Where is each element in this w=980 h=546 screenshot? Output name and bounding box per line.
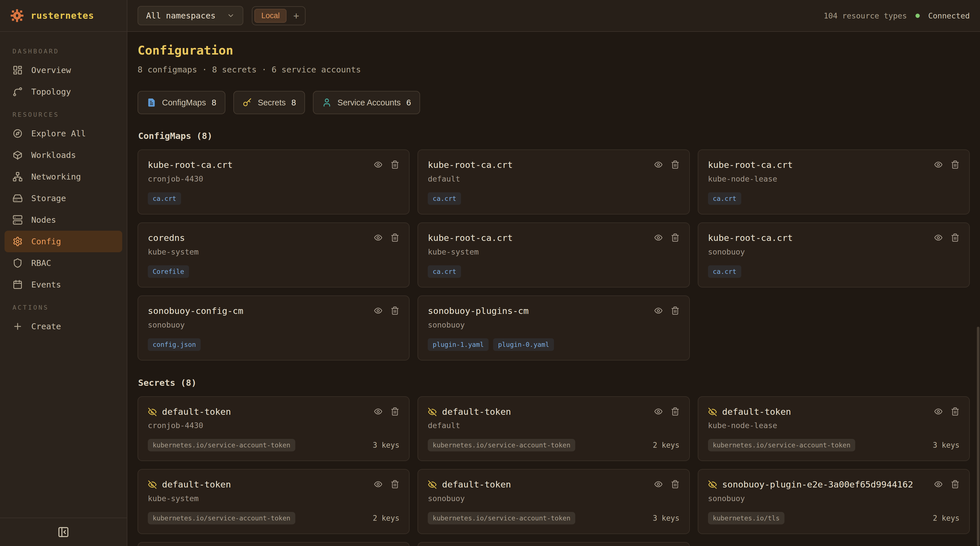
eye-icon[interactable] [934,160,943,169]
panel-left-close-icon[interactable] [57,526,69,538]
secret-card[interactable]: default-token default kubernetes.io/serv… [417,396,689,461]
key-icon [242,98,252,107]
app-window: rusternetes DASHBOARD Overview Topology … [0,0,980,546]
sidebar-item-label: Storage [31,194,66,203]
secret-name: default-token [162,479,369,490]
configmap-card[interactable]: kube-root-ca.crt kube-system ca.crt [417,222,689,287]
secret-type-badge: kubernetes.io/service-account-token [428,512,575,524]
eye-icon[interactable] [374,480,383,489]
configmap-card[interactable]: kube-root-ca.crt cronjob-4430 ca.crt [138,149,410,214]
trash-icon[interactable] [391,407,399,416]
secret-card[interactable]: default-token cronjob-4430 kubernetes.io… [138,396,410,461]
trash-icon[interactable] [671,407,679,416]
sidebar-item-topology[interactable]: Topology [5,81,122,103]
secret-card[interactable]: sonobuoy-plugin-e2e-3a00ef65d9944162 son… [698,469,970,534]
configmaps-section-heading: ConfigMaps (8) [138,131,970,141]
secret-card[interactable]: sonobuoy-serviceaccount-token sonobuoy [417,542,689,546]
secret-card[interactable]: default-token kube-system kubernetes.io/… [138,469,410,534]
trash-icon[interactable] [951,160,959,169]
eye-off-icon [708,407,717,416]
configmap-key-badge: plugin-1.yaml [428,338,488,351]
eye-icon[interactable] [934,233,943,242]
eye-icon[interactable] [654,160,663,169]
user-icon [322,98,332,107]
tab-configmaps[interactable]: ConfigMaps 8 [138,91,225,114]
configmap-card[interactable]: kube-root-ca.crt sonobuoy ca.crt [698,222,970,287]
dashboard-icon [13,65,23,75]
trash-icon[interactable] [951,407,959,416]
sidebar-item-explore-all[interactable]: Explore All [5,123,122,144]
configmap-namespace: cronjob-4430 [148,175,399,183]
secret-keys-count: 2 keys [372,514,399,522]
network-icon [13,171,23,182]
sidebar-item-storage[interactable]: Storage [5,187,122,209]
sidebar-item-networking[interactable]: Networking [5,166,122,187]
eye-icon[interactable] [934,407,943,416]
tab-service-accounts[interactable]: Service Accounts 6 [313,91,420,114]
secret-namespace: sonobuoy [708,494,959,503]
sidebar-footer [0,517,127,546]
topbar: All namespaces Local + 104 resource type… [127,0,980,32]
sidebar-item-label: Topology [31,87,71,97]
shield-icon [13,258,23,268]
configmap-keys: Corefile [148,265,399,278]
sidebar-item-config[interactable]: Config [5,231,122,252]
configmap-card[interactable]: kube-root-ca.crt default ca.crt [417,149,689,214]
eye-icon[interactable] [374,407,383,416]
configmap-card[interactable]: coredns kube-system Corefile [138,222,410,287]
trash-icon[interactable] [951,480,959,489]
configmap-card[interactable]: kube-root-ca.crt kube-node-lease ca.crt [698,149,970,214]
tab-secrets[interactable]: Secrets 8 [233,91,305,114]
trash-icon[interactable] [391,306,399,315]
configmap-card[interactable]: sonobuoy-config-cm sonobuoy config.json [138,295,410,360]
eye-off-icon [148,480,157,489]
eye-icon[interactable] [654,407,663,416]
sidebar-nav: DASHBOARD Overview Topology RESOURCES Ex… [0,32,127,517]
server-icon [13,215,23,225]
sidebar-item-rbac[interactable]: RBAC [5,252,122,274]
trash-icon[interactable] [671,306,679,315]
trash-icon[interactable] [671,233,679,242]
sidebar-item-label: Overview [31,65,71,75]
tab-count: 6 [406,98,411,107]
sidebar-item-nodes[interactable]: Nodes [5,209,122,231]
configmap-name: sonobuoy-plugins-cm [428,305,649,317]
eye-icon[interactable] [654,306,663,315]
namespace-select-value: All namespaces [146,11,215,21]
cluster-tab-local[interactable]: Local [255,9,286,23]
scrollbar-thumb[interactable] [977,327,980,546]
trash-icon[interactable] [951,233,959,242]
topbar-status: 104 resource types Connected [824,11,970,20]
configmap-namespace: sonobuoy [708,248,959,256]
trash-icon[interactable] [391,160,399,169]
namespace-select[interactable]: All namespaces [138,6,243,25]
secret-card[interactable]: default-token kube-node-lease kubernetes… [698,396,970,461]
sidebar-item-events[interactable]: Events [5,274,122,295]
secret-keys-count: 2 keys [653,441,679,449]
add-cluster-button[interactable]: + [290,11,303,21]
eye-icon[interactable] [654,233,663,242]
configmap-card[interactable]: sonobuoy-plugins-cm sonobuoy plugin-1.ya… [417,295,689,360]
sidebar-item-overview[interactable]: Overview [5,59,122,81]
cluster-tabs: Local + [252,6,305,25]
eye-icon[interactable] [654,480,663,489]
secret-type-badge: kubernetes.io/service-account-token [708,439,856,451]
sidebar-item-workloads[interactable]: Workloads [5,144,122,166]
eye-off-icon [148,407,157,416]
trash-icon[interactable] [391,480,399,489]
eye-icon[interactable] [374,160,383,169]
eye-icon[interactable] [934,480,943,489]
sidebar-section-label: DASHBOARD [13,48,127,55]
configmap-name: sonobuoy-config-cm [148,305,369,317]
secrets-section-heading: Secrets (8) [138,378,970,388]
configmaps-grid: kube-root-ca.crt cronjob-4430 ca.crt kub… [138,149,970,360]
trash-icon[interactable] [671,160,679,169]
eye-icon[interactable] [374,306,383,315]
trash-icon[interactable] [391,233,399,242]
gear-icon [13,236,23,247]
secret-card[interactable]: sonobuoy-plugin-systemd-logs-560e7da6505… [138,542,410,546]
eye-icon[interactable] [374,233,383,242]
sidebar-item-create[interactable]: Create [5,316,122,337]
secret-card[interactable]: default-token sonobuoy kubernetes.io/ser… [417,469,689,534]
trash-icon[interactable] [671,480,679,489]
